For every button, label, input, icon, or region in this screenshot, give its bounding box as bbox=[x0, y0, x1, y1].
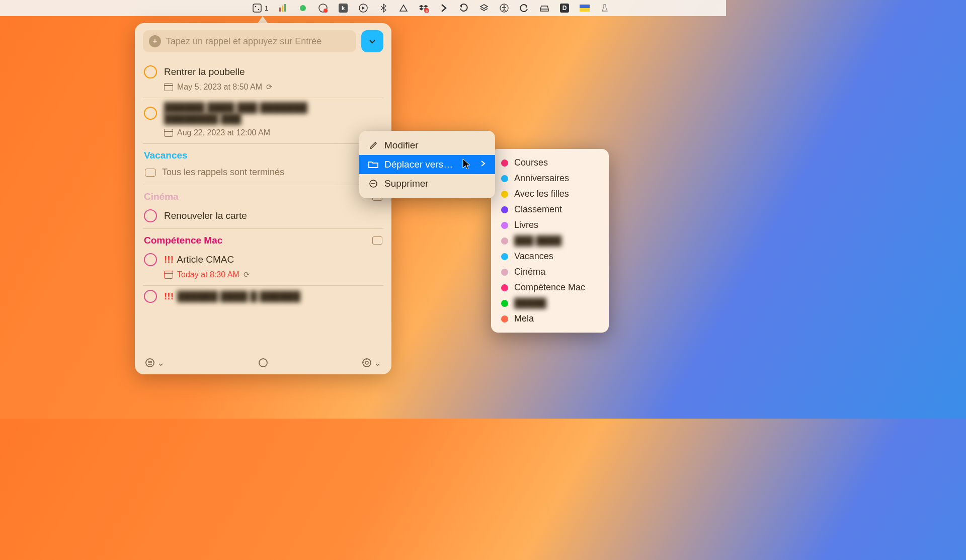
folder-icon[interactable] bbox=[372, 236, 382, 245]
reminder-input[interactable] bbox=[166, 36, 350, 47]
app-dice-icon[interactable] bbox=[252, 3, 263, 14]
app-badge: 1 bbox=[265, 5, 268, 12]
section-title: Cinéma bbox=[144, 191, 179, 202]
submenu-item[interactable]: Anniversaires bbox=[494, 171, 606, 186]
list-color-dot bbox=[501, 206, 508, 213]
reminder-item[interactable]: Renouveler la carte bbox=[143, 205, 383, 229]
accessibility-icon[interactable] bbox=[499, 3, 510, 14]
submenu-label: █████ bbox=[514, 298, 546, 308]
submenu-item[interactable]: Courses bbox=[494, 155, 606, 171]
flag-icon[interactable] bbox=[579, 3, 590, 14]
submenu-label: Compétence Mac bbox=[514, 282, 585, 293]
svg-rect-19 bbox=[580, 8, 590, 12]
bluetooth-icon[interactable] bbox=[378, 3, 389, 14]
submenu-label: Anniversaires bbox=[514, 173, 569, 184]
circle-eye-icon[interactable] bbox=[317, 3, 329, 14]
complete-circle[interactable] bbox=[144, 209, 157, 222]
svg-rect-5 bbox=[284, 4, 286, 12]
svg-point-1 bbox=[255, 6, 257, 8]
stats-icon[interactable] bbox=[277, 3, 288, 14]
context-delete[interactable]: Supprimer bbox=[359, 174, 495, 193]
svg-point-15 bbox=[504, 6, 505, 7]
reminder-title: !!! ██████ ████ █ ██████ bbox=[164, 291, 300, 302]
undo-icon[interactable] bbox=[458, 3, 469, 14]
submenu-item[interactable]: ███ ████ bbox=[494, 233, 606, 249]
reminder-title: Rentrer la poubelle bbox=[164, 66, 245, 77]
submenu-item[interactable]: Vacances bbox=[494, 249, 606, 264]
submenu-label: Courses bbox=[514, 157, 548, 168]
list-color-dot bbox=[501, 222, 508, 229]
list-color-dot bbox=[501, 269, 508, 276]
expand-button[interactable] bbox=[361, 30, 383, 52]
submenu-item[interactable]: Livres bbox=[494, 217, 606, 233]
k-app-icon[interactable]: k bbox=[338, 3, 349, 14]
settings-button[interactable]: ⌄ bbox=[362, 357, 381, 368]
input-row: + bbox=[143, 30, 383, 52]
input-wrap: + bbox=[143, 30, 356, 52]
complete-circle[interactable] bbox=[144, 65, 157, 78]
inbox-icon bbox=[145, 169, 156, 177]
pencil-icon bbox=[368, 141, 378, 150]
chevron-down-icon bbox=[368, 37, 376, 45]
svg-point-24 bbox=[259, 359, 267, 367]
section-header-vacances[interactable]: Vacances bbox=[143, 144, 383, 164]
reminder-subtitle: ████████.███ bbox=[164, 113, 307, 124]
reminders-panel: + Rentrer la poubelle May 5, 2023 at 8:5… bbox=[135, 23, 391, 374]
folder-icon bbox=[368, 161, 378, 169]
chevron-down-icon: ⌄ bbox=[157, 357, 165, 368]
section-header-cinema[interactable]: Cinéma bbox=[143, 185, 383, 205]
refresh-c-icon[interactable] bbox=[519, 3, 530, 14]
svg-text:4: 4 bbox=[426, 9, 428, 13]
context-edit[interactable]: Modifier bbox=[359, 136, 495, 155]
list-color-dot bbox=[501, 315, 508, 323]
repeat-icon: ⟳ bbox=[244, 270, 250, 279]
submenu-item[interactable]: Compétence Mac bbox=[494, 280, 606, 295]
svg-point-25 bbox=[363, 359, 371, 367]
submenu-label: Cinéma bbox=[514, 267, 545, 277]
tray-icon[interactable] bbox=[539, 3, 550, 14]
cursor-icon bbox=[462, 158, 471, 173]
context-move[interactable]: Déplacer vers… bbox=[359, 155, 495, 174]
move-submenu: Courses Anniversaires Avec les filles Cl… bbox=[491, 149, 609, 333]
reminder-item[interactable]: ██████ ████ ███ ███████ ████████.███ Aug… bbox=[143, 98, 383, 144]
chevron-icon[interactable] bbox=[438, 3, 449, 14]
play-circle-icon[interactable] bbox=[358, 3, 369, 14]
triangle-icon[interactable] bbox=[398, 3, 409, 14]
complete-circle[interactable] bbox=[144, 253, 157, 266]
add-button[interactable]: + bbox=[149, 35, 161, 47]
all-done-row: Tous les rappels sont terminés bbox=[143, 164, 383, 185]
list-color-dot bbox=[501, 237, 508, 245]
submenu-label: Vacances bbox=[514, 251, 553, 262]
list-selector[interactable]: ⌄ bbox=[145, 357, 165, 368]
complete-circle[interactable] bbox=[144, 107, 157, 120]
section-header-compmac[interactable]: Compétence Mac bbox=[143, 229, 383, 249]
center-circle-icon[interactable] bbox=[258, 358, 268, 368]
reminder-item[interactable]: Rentrer la poubelle May 5, 2023 at 8:50 … bbox=[143, 61, 383, 98]
reminder-item[interactable]: !!! ██████ ████ █ ██████ bbox=[143, 286, 383, 309]
context-menu: Modifier Déplacer vers… Supprimer bbox=[359, 131, 495, 198]
submenu-item[interactable]: Mela bbox=[494, 311, 606, 327]
reminder-date: May 5, 2023 at 8:50 AM bbox=[177, 83, 262, 92]
section-title: Compétence Mac bbox=[144, 235, 222, 246]
submenu-item[interactable]: █████ bbox=[494, 295, 606, 311]
reminder-item[interactable]: !!! Article CMAC Today at 8:30 AM ⟳ bbox=[143, 249, 383, 286]
list-color-dot bbox=[501, 159, 508, 167]
complete-circle[interactable] bbox=[144, 290, 157, 303]
status-dot-icon[interactable] bbox=[297, 3, 308, 14]
dropbox-icon[interactable]: 4 bbox=[418, 3, 429, 14]
svg-rect-3 bbox=[279, 8, 281, 12]
svg-point-2 bbox=[258, 9, 260, 11]
reminder-title: Renouveler la carte bbox=[164, 210, 247, 221]
chevron-down-icon: ⌄ bbox=[374, 357, 381, 368]
svg-point-6 bbox=[300, 5, 306, 11]
submenu-item[interactable]: Cinéma bbox=[494, 264, 606, 280]
submenu-item[interactable]: Avec les filles bbox=[494, 186, 606, 202]
flask-icon[interactable] bbox=[599, 3, 610, 14]
submenu-item[interactable]: Classement bbox=[494, 202, 606, 217]
list-color-dot bbox=[501, 300, 508, 307]
svg-rect-18 bbox=[580, 5, 590, 8]
stack-icon[interactable] bbox=[478, 3, 490, 14]
d-app-icon[interactable]: D bbox=[559, 3, 570, 14]
all-done-text: Tous les rappels sont terminés bbox=[162, 167, 284, 178]
calendar-icon bbox=[164, 129, 173, 137]
